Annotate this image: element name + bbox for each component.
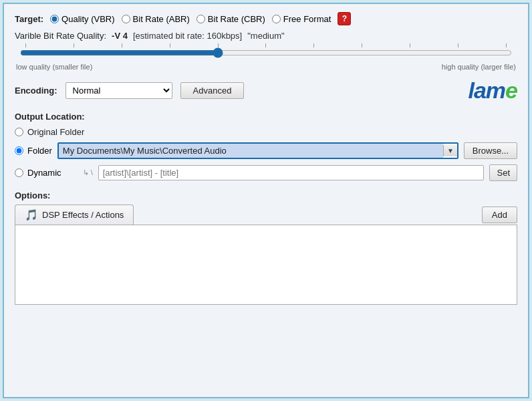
dsp-effects-tab[interactable]: 🎵 DSP Effects / Actions [15,205,134,225]
free-format-radio[interactable] [272,15,281,23]
folder-radio[interactable] [15,146,23,155]
add-button[interactable]: Add [482,207,517,223]
folder-input-container: ▼ [57,142,458,159]
browse-button[interactable]: Browse... [464,142,517,159]
advanced-button[interactable]: Advanced [180,82,245,99]
vbr-quality: "medium" [247,31,284,41]
main-panel: Target: Quality (VBR) Bit Rate (ABR) Bit… [3,3,529,398]
tab-content [15,225,517,305]
folder-row: Folder ▼ Browse... [15,142,517,159]
dynamic-arrow: ↳ \ [83,168,93,177]
slider-high-label: high quality (larger file) [442,63,516,71]
quality-vbr-radio[interactable] [50,15,59,23]
bit-rate-abr-label: Bit Rate (ABR) [133,14,190,24]
vbr-value: -V 4 [112,31,128,41]
folder-label: Folder [27,146,52,156]
slider-wrapper [15,43,517,60]
bit-rate-cbr-radio[interactable] [196,15,205,23]
target-row: Target: Quality (VBR) Bit Rate (ABR) Bit… [15,12,517,25]
dynamic-radio[interactable] [15,168,23,177]
output-location: Output Location: Original Folder Folder … [15,112,517,181]
bit-rate-abr-radio[interactable] [122,15,130,23]
vbr-estimated: [estimated bit rate: 160kbps] [133,31,242,41]
lame-logo: lame [468,78,517,104]
slider-low-label: low quality (smaller file) [16,63,92,71]
quality-vbr-option[interactable]: Quality (VBR) [50,14,114,24]
lame-logo-green: e [505,78,517,103]
folder-dropdown-button[interactable]: ▼ [443,145,457,156]
options-section: Options: 🎵 DSP Effects / Actions Add [15,190,517,305]
free-format-label: Free Format [283,14,331,24]
folder-input[interactable] [59,144,443,158]
bit-rate-abr-option[interactable]: Bit Rate (ABR) [122,14,190,24]
options-title: Options: [15,190,517,200]
encoding-select[interactable]: Normal Fast Standard High Quality [65,82,172,99]
dsp-tab-icon: 🎵 [25,209,38,221]
original-folder-option[interactable]: Original Folder [15,127,517,137]
bit-rate-cbr-option[interactable]: Bit Rate (CBR) [196,14,265,24]
help-button[interactable]: ? [338,12,351,25]
encoding-label: Encoding: [15,86,57,96]
dynamic-row: Dynamic ↳ \ Set [15,164,517,181]
bit-rate-cbr-label: Bit Rate (CBR) [208,14,265,24]
dynamic-radio-label[interactable]: Dynamic [15,168,61,178]
slider-labels: low quality (smaller file) high quality … [15,63,517,71]
dynamic-label: Dynamic [27,168,61,178]
original-folder-label: Original Folder [27,127,84,137]
vbr-label: Varible Bit Rate Quality: [15,31,106,41]
free-format-option[interactable]: Free Format [272,14,331,24]
output-location-title: Output Location: [15,112,517,122]
folder-radio-label[interactable]: Folder [15,146,52,156]
dsp-tab-label: DSP Effects / Actions [42,210,124,220]
original-folder-label-wrap[interactable]: Original Folder [15,127,84,137]
vbr-slider[interactable] [20,47,512,58]
lame-logo-blue: lam [468,78,505,103]
dynamic-input[interactable] [98,165,485,180]
encoding-row: Encoding: Normal Fast Standard High Qual… [15,78,517,104]
set-button[interactable]: Set [489,164,517,181]
original-folder-radio[interactable] [15,128,23,136]
target-label: Target: [15,14,43,24]
quality-vbr-label: Quality (VBR) [61,14,114,24]
vbr-row: Varible Bit Rate Quality: -V 4 [estimate… [15,31,517,41]
tab-bar: 🎵 DSP Effects / Actions Add [15,205,517,225]
